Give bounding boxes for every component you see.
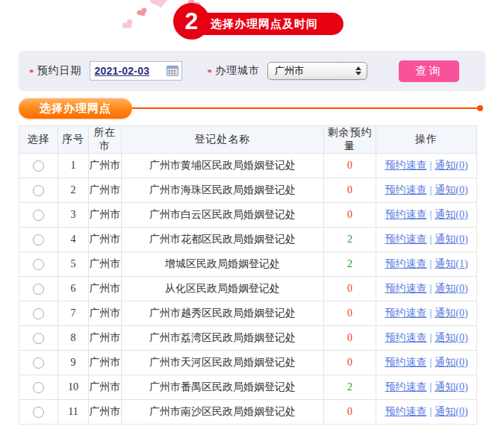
remaining-count: 0: [347, 332, 352, 343]
registry-name: 广州市番禺区民政局婚姻登记处: [122, 375, 324, 400]
table-row: 7 广州市 广州市越秀区民政局婚姻登记处 0 预约速查|通知(0): [19, 301, 477, 326]
select-branch-radio[interactable]: [33, 160, 44, 172]
notice-link[interactable]: 通知(0): [435, 234, 467, 245]
row-number: 7: [58, 301, 89, 326]
col-registry-name: 登记处名称: [122, 126, 324, 154]
link-separator: |: [429, 160, 432, 171]
select-branch-radio[interactable]: [33, 407, 44, 418]
quick-check-link[interactable]: 预约速查: [385, 234, 426, 245]
remaining-count: 0: [347, 406, 352, 417]
select-branch-radio[interactable]: [33, 308, 44, 319]
up-down-arrows-icon: [355, 66, 361, 75]
notice-link[interactable]: 通知(0): [435, 160, 467, 171]
quick-check-link[interactable]: 预约速查: [385, 357, 426, 368]
link-separator: |: [429, 406, 432, 417]
quick-check-link[interactable]: 预约速查: [385, 184, 426, 196]
registry-name: 从化区民政局婚姻登记处: [122, 277, 324, 301]
select-branch-radio[interactable]: [33, 259, 44, 270]
row-number: 3: [58, 203, 89, 228]
select-branch-radio[interactable]: [33, 284, 44, 295]
quick-check-link[interactable]: 预约速查: [385, 307, 426, 319]
link-separator: |: [429, 184, 432, 196]
registry-name: 广州市南沙区民政局婚姻登记处: [122, 400, 324, 425]
col-actions: 操作: [376, 126, 477, 154]
col-remaining: 剩余预约量: [324, 126, 376, 154]
table-row: 2 广州市 广州市海珠区民政局婚姻登记处 0 预约速查|通知(0): [19, 178, 477, 203]
date-input[interactable]: 2021-02-03: [90, 61, 182, 81]
city-selected-value: 广州市: [275, 64, 304, 78]
col-city: 所在市: [89, 126, 122, 154]
table-row: 9 广州市 广州市天河区民政局婚姻登记处 0 预约速查|通知(0): [19, 351, 477, 375]
row-city: 广州市: [89, 154, 122, 178]
registry-name: 广州市海珠区民政局婚姻登记处: [122, 178, 324, 203]
select-branch-radio[interactable]: [33, 210, 44, 221]
notice-link[interactable]: 通知(0): [435, 381, 467, 392]
date-value: 2021-02-03: [95, 65, 150, 77]
heart-icon: ❤: [134, 4, 151, 22]
link-separator: |: [429, 332, 432, 343]
notice-link[interactable]: 通知(1): [435, 258, 467, 269]
row-city: 广州市: [89, 178, 122, 203]
decorative-line: [129, 107, 479, 109]
table-row: 3 广州市 广州市白云区民政局婚姻登记处 0 预约速查|通知(0): [19, 203, 477, 228]
registry-name: 广州市花都区民政局婚姻登记处: [122, 228, 324, 252]
select-branch-radio[interactable]: [33, 333, 44, 344]
notice-link[interactable]: 通知(0): [435, 283, 467, 294]
remaining-count: 0: [347, 307, 352, 319]
row-number: 1: [58, 154, 89, 178]
select-branch-radio[interactable]: [33, 382, 44, 393]
notice-link[interactable]: 通知(0): [435, 209, 467, 220]
table-row: 10 广州市 广州市番禺区民政局婚姻登记处 2 预约速查|通知(0): [19, 375, 477, 400]
row-city: 广州市: [89, 351, 122, 375]
table-row: 1 广州市 广州市黄埔区民政局婚姻登记处 0 预约速查|通知(0): [19, 154, 477, 178]
step-number: 2: [185, 7, 199, 35]
branches-table: 选择 序号 所在市 登记处名称 剩余预约量 操作 1 广州市 广州市黄埔区民政局…: [19, 125, 477, 425]
row-number: 10: [58, 375, 89, 400]
row-number: 2: [58, 178, 89, 203]
filter-bar: * 预约日期 2021-02-03 * 办理城市 广州市 查询: [19, 51, 485, 91]
link-separator: |: [429, 307, 432, 319]
quick-check-link[interactable]: 预约速查: [385, 406, 426, 417]
quick-check-link[interactable]: 预约速查: [385, 381, 426, 392]
link-separator: |: [429, 234, 432, 245]
step-banner: ❤ ❤ ❤ ❤ 选择办理网点及时间 2: [0, 0, 504, 46]
section-title: 选择办理网点: [40, 101, 111, 116]
remaining-count: 0: [347, 209, 352, 220]
date-label: 预约日期: [37, 64, 82, 78]
notice-link[interactable]: 通知(0): [435, 184, 467, 196]
section-heading: 选择办理网点: [19, 98, 485, 119]
quick-check-link[interactable]: 预约速查: [385, 283, 426, 294]
link-separator: |: [429, 209, 432, 220]
table-row: 11 广州市 广州市南沙区民政局婚姻登记处 0 预约速查|通知(0): [19, 400, 477, 425]
row-number: 5: [58, 252, 89, 277]
notice-link[interactable]: 通知(0): [435, 406, 467, 417]
quick-check-link[interactable]: 预约速查: [385, 332, 426, 343]
heart-icon: ❤: [147, 0, 173, 17]
link-separator: |: [429, 283, 432, 294]
quick-check-link[interactable]: 预约速查: [385, 160, 426, 171]
quick-check-link[interactable]: 预约速查: [385, 258, 426, 269]
quick-check-link[interactable]: 预约速查: [385, 209, 426, 220]
notice-link[interactable]: 通知(0): [435, 307, 467, 319]
remaining-count: 2: [347, 258, 352, 269]
link-separator: |: [429, 381, 432, 392]
row-number: 6: [58, 277, 89, 301]
row-city: 广州市: [89, 400, 122, 425]
city-select[interactable]: 广州市: [267, 62, 367, 80]
query-button[interactable]: 查询: [399, 60, 459, 82]
select-branch-radio[interactable]: [33, 185, 44, 196]
notice-link[interactable]: 通知(0): [435, 332, 467, 343]
notice-link[interactable]: 通知(0): [435, 357, 467, 368]
row-city: 广州市: [89, 301, 122, 326]
remaining-count: 0: [347, 357, 352, 368]
row-city: 广州市: [89, 203, 122, 228]
col-select: 选择: [19, 126, 58, 154]
calendar-icon[interactable]: [167, 66, 178, 76]
select-branch-radio[interactable]: [33, 357, 44, 369]
required-asterisk: *: [208, 66, 213, 78]
registry-name: 增城区民政局婚姻登记处: [122, 252, 324, 277]
row-number: 11: [58, 400, 89, 425]
table-header-row: 选择 序号 所在市 登记处名称 剩余预约量 操作: [19, 126, 477, 154]
select-branch-radio[interactable]: [33, 234, 44, 245]
row-city: 广州市: [89, 252, 122, 277]
